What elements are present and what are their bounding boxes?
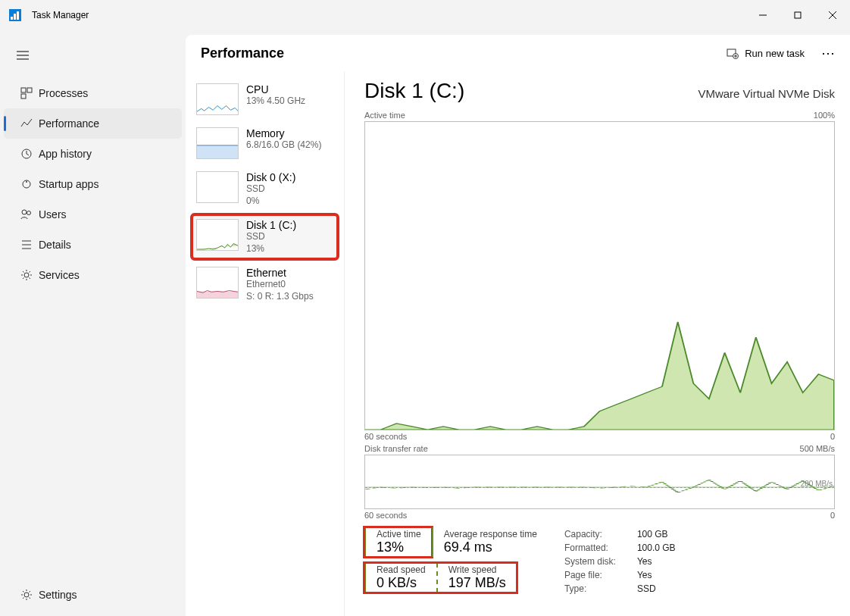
perf-sub: SSD xyxy=(246,231,296,243)
nav-item-startup-apps[interactable]: Startup apps xyxy=(4,169,182,199)
app-icon xyxy=(9,9,21,21)
perf-sub: 6.8/16.0 GB (42%) xyxy=(246,139,321,152)
services-icon xyxy=(14,269,39,281)
perf-name: Ethernet xyxy=(246,267,314,279)
stat-value: 69.4 ms xyxy=(444,539,537,555)
chart1-ylabel: Active time xyxy=(364,111,405,120)
nav-label: Startup apps xyxy=(39,178,98,190)
titlebar: Task Manager xyxy=(0,0,850,30)
perf-item-ethernet[interactable]: EthernetEthernet0S: 0 R: 1.3 Gbps xyxy=(192,262,338,307)
svg-point-18 xyxy=(27,211,31,215)
perf-sub2: S: 0 R: 1.3 Gbps xyxy=(246,291,314,303)
nav-item-app-history[interactable]: App history xyxy=(4,139,182,169)
svg-rect-2 xyxy=(14,14,16,20)
info-val: 100.0 GB xyxy=(637,541,676,555)
nav-item-details[interactable]: Details xyxy=(4,230,182,260)
svg-point-16 xyxy=(26,181,27,183)
perf-name: Disk 1 (C:) xyxy=(246,219,296,231)
nav-label: Settings xyxy=(39,589,77,601)
info-key: Formatted: xyxy=(564,541,628,555)
maximize-button[interactable] xyxy=(780,0,815,30)
perf-sub2: 13% xyxy=(246,243,296,255)
svg-rect-3 xyxy=(17,11,19,20)
processes-icon xyxy=(14,87,39,99)
svg-rect-13 xyxy=(21,94,26,98)
chart2-ylabel: Disk transfer rate xyxy=(364,444,428,453)
stat-write-speed: Write speed 197 MB/s xyxy=(436,563,517,593)
perf-name: Memory xyxy=(246,127,321,139)
nav-item-settings[interactable]: Settings xyxy=(4,580,182,610)
detail-title: Disk 1 (C:) xyxy=(364,79,464,103)
settings-icon xyxy=(14,589,39,601)
left-nav: Processes Performance App history Startu… xyxy=(0,30,186,616)
nav-label: Processes xyxy=(39,87,88,99)
stat-read-speed: Read speed 0 KB/s xyxy=(364,563,436,593)
hamburger-button[interactable] xyxy=(0,42,186,70)
nav-item-services[interactable]: Services xyxy=(4,260,182,290)
history-icon xyxy=(14,148,39,160)
perf-item-memory[interactable]: Memory6.8/16.0 GB (42%) xyxy=(192,123,338,164)
perf-sub: SSD xyxy=(246,183,295,195)
chart2-xright: 0 xyxy=(830,511,835,520)
nav-label: Users xyxy=(39,208,67,220)
info-key: Capacity: xyxy=(564,527,628,541)
svg-point-23 xyxy=(24,593,29,597)
svg-rect-28 xyxy=(197,145,238,158)
nav-label: App history xyxy=(39,148,92,160)
perf-item-disk0[interactable]: Disk 0 (X:)SSD0% xyxy=(192,167,338,211)
run-task-label: Run new task xyxy=(745,48,805,59)
memory-thumb xyxy=(196,127,239,159)
active-time-chart[interactable] xyxy=(364,121,835,430)
nav-item-users[interactable]: Users xyxy=(4,199,182,230)
details-icon xyxy=(14,239,39,251)
perf-sub: Ethernet0 xyxy=(246,279,314,291)
content-panel: Performance Run new task ⋯ CPU13% 4.50 G… xyxy=(186,35,850,616)
svg-rect-5 xyxy=(795,12,801,18)
svg-point-22 xyxy=(24,273,29,277)
perf-item-disk1[interactable]: Disk 1 (C:)SSD13% xyxy=(192,214,338,259)
perf-item-cpu[interactable]: CPU13% 4.50 GHz xyxy=(192,79,338,120)
chart1-xright: 0 xyxy=(830,432,835,441)
disk0-thumb xyxy=(196,171,239,203)
stat-label: Average response time xyxy=(444,529,537,539)
page-title: Performance xyxy=(201,45,284,61)
chart1-xleft: 60 seconds xyxy=(364,432,407,441)
nav-label: Details xyxy=(39,239,71,251)
stat-active-time: Active time 13% xyxy=(364,527,432,557)
minimize-button[interactable] xyxy=(745,0,780,30)
info-table: Capacity:100 GB Formatted:100.0 GB Syste… xyxy=(564,527,676,596)
info-key: Page file: xyxy=(564,568,628,582)
nav-label: Services xyxy=(39,269,80,281)
svg-point-17 xyxy=(22,210,27,214)
nav-item-processes[interactable]: Processes xyxy=(4,78,182,108)
chart2-ymax: 500 MB/s xyxy=(800,444,835,453)
stat-label: Read speed xyxy=(377,564,426,575)
transfer-rate-chart[interactable]: 200 MB/s xyxy=(364,455,835,509)
info-val: SSD xyxy=(637,582,656,596)
info-key: Type: xyxy=(564,582,628,596)
perf-name: Disk 0 (X:) xyxy=(246,171,295,183)
ethernet-thumb xyxy=(196,267,239,299)
users-icon xyxy=(14,208,39,220)
run-new-task-button[interactable]: Run new task xyxy=(719,42,812,64)
close-button[interactable] xyxy=(815,0,850,30)
nav-item-performance[interactable]: Performance xyxy=(4,108,182,139)
disk1-thumb xyxy=(196,219,239,251)
svg-rect-12 xyxy=(27,88,32,92)
chart2-xleft: 60 seconds xyxy=(364,511,407,520)
stat-label: Active time xyxy=(377,529,421,539)
cpu-thumb xyxy=(196,83,239,115)
detail-subtitle: VMware Virtual NVMe Disk xyxy=(698,87,835,100)
info-key: System disk: xyxy=(564,555,628,568)
more-options-button[interactable]: ⋯ xyxy=(821,45,836,61)
stat-avg-response: Average response time 69.4 ms xyxy=(432,527,548,557)
stat-value: 197 MB/s xyxy=(448,575,506,591)
perf-detail: Disk 1 (C:) VMware Virtual NVMe Disk Act… xyxy=(345,71,850,616)
info-val: 100 GB xyxy=(637,527,668,541)
svg-rect-11 xyxy=(21,88,26,92)
info-val: Yes xyxy=(637,555,652,568)
stat-label: Write speed xyxy=(448,564,506,575)
perf-sub: 13% 4.50 GHz xyxy=(246,95,305,108)
window-controls xyxy=(745,0,850,30)
chart1-ymax: 100% xyxy=(814,111,835,120)
